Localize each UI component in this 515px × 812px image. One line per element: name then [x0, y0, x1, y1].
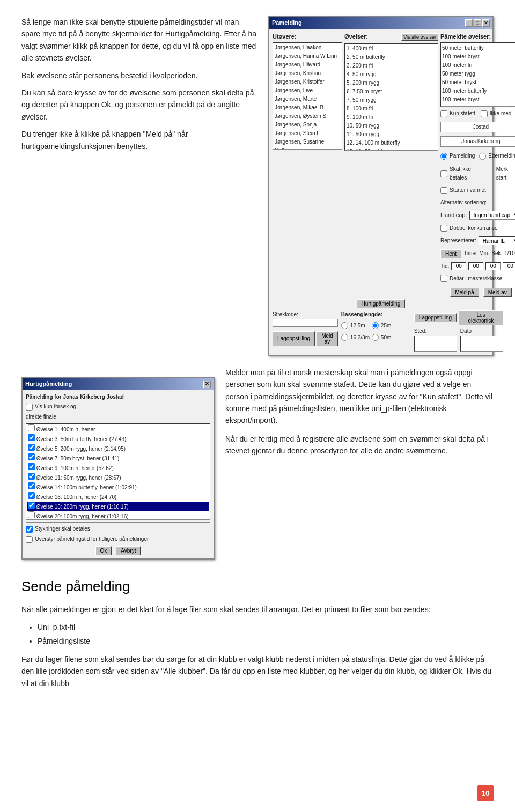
les-elektronisk-btn[interactable]: Les elektronisk [459, 310, 503, 325]
exercise-item[interactable]: 8. 100 m fri [345, 105, 437, 113]
timer-col-label: Timer [464, 249, 477, 258]
exercise-item[interactable]: 5. 200 m rygg [345, 79, 437, 87]
utovere-listbox[interactable]: Jørgensen, Haakon Jørgensen, Hanna W Lin… [273, 42, 342, 150]
overstyr-checkbox[interactable] [26, 536, 33, 543]
exercise-item[interactable]: 3. 200 m fri [345, 62, 437, 70]
handicap-select[interactable]: Ingen handicap [469, 211, 515, 220]
vis-alle-button[interactable]: Vis alle øvelser [401, 33, 438, 41]
radio-1623[interactable] [341, 334, 348, 341]
intro-para3: Du kan så bare krysse av for de øvelsene… [21, 87, 258, 123]
hurtig-item[interactable]: Øvelse 3: 50m butterfly, hener (27:43) [27, 434, 209, 444]
radio-25[interactable] [372, 322, 379, 329]
ikke-med-label: Ikke med [490, 109, 512, 118]
hurtigpamelding-button[interactable]: Hurtigpåmelding [357, 299, 406, 308]
lagoppstilling-btn[interactable]: Lagoppstilling [273, 331, 315, 346]
ovelser-label: Øvelser: [344, 32, 368, 42]
swimmer-item[interactable]: Jørgensen, Haakon [274, 43, 341, 52]
swimmer-item[interactable]: Jørgensen, Håvard [274, 61, 341, 69]
intro-para4: Du trenger ikke å klikke på knappen "Mel… [21, 128, 258, 152]
time-input-2[interactable] [468, 262, 483, 270]
meld-pa-button[interactable]: Meld på [450, 288, 479, 297]
exercise-item[interactable]: 10. 50 m rygg [345, 122, 437, 130]
time-input-4[interactable] [503, 262, 515, 270]
hurtig-item-selected[interactable]: Øvelse 18: 200m rygg, hener (1:10:17) [27, 502, 209, 511]
tidel-col-label: 1/10(0) [504, 249, 515, 258]
minimize-btn[interactable]: _ [465, 19, 473, 27]
maximize-btn[interactable]: □ [474, 19, 481, 27]
etterpamelding-radio[interactable] [479, 153, 486, 160]
exercise-item[interactable]: 9. 100 m fri [345, 113, 437, 122]
hurtig-item[interactable]: Øvelse 11: 50m rygg, hener (28:67) [27, 473, 209, 482]
hurtig-item[interactable]: Øvelse 1: 400m h, hener [27, 424, 209, 434]
swimmer-item[interactable]: Jørgensen, Mikael B. [274, 103, 341, 112]
ovelser-listbox[interactable]: 1. 400 m fri 2. 50 m butterfly 3. 200 m … [344, 43, 438, 151]
pamelde-ovelser-list: 50 meter butterfly 100 meter bryst 100 m… [440, 42, 515, 107]
kun-stafett-checkbox[interactable] [440, 110, 447, 117]
swimmer-item[interactable]: Jørgensen, Stein I. [274, 129, 341, 138]
dobbel-konkurranse-checkbox[interactable] [440, 225, 447, 232]
mastersklasse-checkbox[interactable] [440, 275, 447, 282]
exercise-item[interactable]: 7. 50 m rygg [345, 96, 437, 105]
swimmer-item[interactable]: Jørgensen, Hanna W Linn [274, 52, 341, 61]
strekkode-label: Strekkode: [273, 310, 338, 319]
exercise-item[interactable]: 6. 7.50 m bryst [345, 87, 437, 96]
radio-25-label: 25m [381, 322, 391, 330]
meld-av-button[interactable]: Meld av [483, 288, 512, 297]
hurtig-item[interactable]: Øvelse 5: 200m rygg, hener (2:14,95) [27, 444, 209, 453]
hurtig-ok-btn[interactable]: Ok [95, 546, 112, 555]
swimmer-item[interactable]: Jørgensen, Sonja [274, 121, 341, 129]
vis-kun-checkbox[interactable] [26, 404, 33, 411]
intro-para1: Så lenge man ikke skal benytte stipulert… [21, 16, 258, 64]
meld-av-btn[interactable]: Meld av [317, 331, 338, 346]
representerer-select[interactable]: Hamar IL [479, 236, 515, 245]
hurtig-exercise-list[interactable]: Øvelse 1: 400m h, hener Øvelse 3: 50m bu… [26, 423, 210, 520]
swimmer-item[interactable]: Jørgensen, Kristian [274, 69, 341, 78]
exercise-item[interactable]: 2. 50 m butterfly [345, 53, 437, 62]
lagoppstilling2-btn[interactable]: Lagoppstilling [414, 313, 457, 322]
swimmer-item[interactable]: Jørgensen, Kristoffer [274, 78, 341, 86]
swimmer-item[interactable]: Jørgensen, Øystein S. [274, 112, 341, 121]
right-para1: Melder man på til et norsk mesterskap sk… [225, 367, 494, 427]
exercise-item[interactable]: 13. 16. 50 m fri [345, 147, 437, 151]
utovere-label: Utøvere: [273, 32, 342, 42]
hurtig-subtitle: Påmelding for Jonas Kirkeberg Jostad [26, 393, 210, 401]
stykninger-checkbox[interactable] [26, 526, 33, 533]
bullet-item-unip: Uni_p.txt-fil [38, 621, 494, 634]
swimmer-item[interactable]: Jørgensen, Marte [274, 95, 341, 103]
swimmer-item[interactable]: Jørgensen, Susanne Gulberg [274, 138, 341, 150]
pamelding-title: Påmelding [272, 18, 302, 28]
hurtig-item[interactable]: Øvelse 7: 50m bryst, hener (31:41) [27, 453, 209, 463]
pamelding-radio[interactable] [440, 153, 447, 160]
hurtig-item[interactable]: Øvelse 20: 100m rygg, hener (1:02:16) [27, 511, 209, 520]
ikke-med-checkbox[interactable] [481, 110, 488, 117]
radio-125[interactable] [341, 322, 348, 329]
skal-ikke-betales-checkbox[interactable] [440, 170, 447, 177]
pamelde-ovelser-label: Påmeldte øvelser: [440, 32, 515, 42]
sted-input[interactable] [414, 336, 457, 352]
radio-50[interactable] [372, 334, 379, 341]
intro-para2: Bak øvelsene står personens bestetid i k… [21, 70, 258, 81]
hurtig-close-btn[interactable]: ✕ [203, 381, 211, 388]
strekkode-input[interactable] [273, 319, 338, 327]
dato-input[interactable] [460, 336, 503, 352]
sende-bullet-list: Uni_p.txt-fil Påmeldingsliste [38, 621, 494, 647]
right-para2: Når du er ferdig med å registrere alle ø… [225, 433, 494, 457]
time-input-1[interactable] [451, 262, 466, 270]
hurtig-item[interactable]: Øvelse 14: 100m butterfly, hener (1:02:9… [27, 482, 209, 492]
exercise-item[interactable]: 11. 50 m rygg [345, 130, 437, 139]
starter-i-vannet-checkbox[interactable] [440, 187, 447, 194]
hurtig-avbryt-btn[interactable]: Avbryt [116, 546, 141, 555]
swimmer-item[interactable]: Jørgensen, Live [274, 86, 341, 95]
hurtig-item[interactable]: Øvelse 16: 100m h, hener (24:70) [27, 492, 209, 502]
exercise-item[interactable]: 12. 14. 100 m butterfly [345, 139, 437, 147]
radio-1623-label: 16 2/3m [350, 333, 370, 342]
close-btn[interactable]: ✕ [482, 19, 490, 27]
exercise-item[interactable]: 1. 400 m fri [345, 44, 437, 53]
time-input-3[interactable] [485, 262, 501, 270]
pamelde-item: 50 meter butterfly [442, 44, 515, 53]
pamelding-titlebar: Påmelding _ □ ✕ [269, 17, 492, 29]
hent-button[interactable]: Hent [440, 249, 461, 258]
pamelde-item: 100 meter individuell medley [442, 104, 515, 107]
hurtig-item[interactable]: Øvelse 9: 100m h, hener (52:62) [27, 463, 209, 473]
exercise-item[interactable]: 4. 50 m rygg [345, 70, 437, 79]
